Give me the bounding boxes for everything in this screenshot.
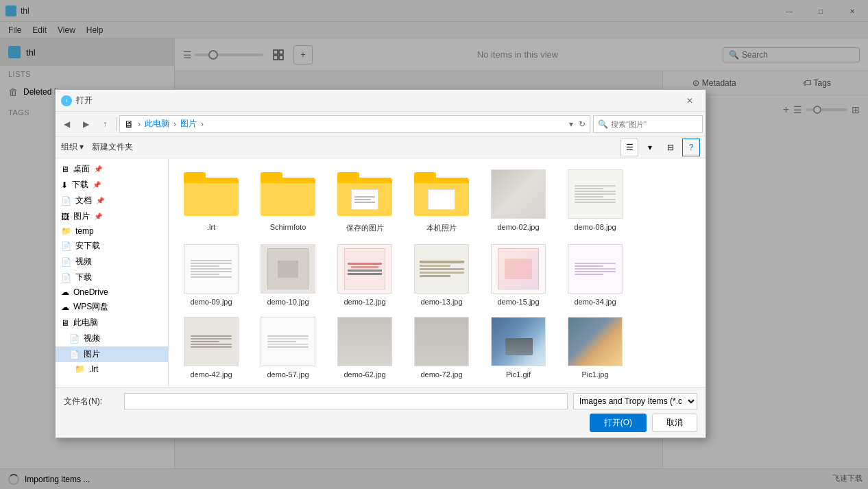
dialog-search-icon: 🔍 [598, 119, 608, 129]
sidebar-wps[interactable]: ☁ WPS网盘 [56, 299, 168, 315]
file-item-demo09[interactable]: demo-09.jpg [174, 239, 248, 309]
sidebar-pictures2[interactable]: 📄 图片 [56, 346, 168, 362]
back-button[interactable]: ◀ [58, 116, 75, 132]
pin-icon3: 📌 [96, 197, 104, 204]
sidebar-video1[interactable]: 📄 视频 [56, 254, 168, 270]
computer-icon: 🖥 [61, 318, 69, 328]
file-item-demo13[interactable]: demo-13.jpg [405, 239, 479, 309]
file-name-demo09: demo-09.jpg [190, 298, 232, 306]
file-item-saved[interactable]: 保存的图片 [328, 164, 402, 236]
file-name-local: 本机照片 [426, 223, 457, 233]
file-item-demo02[interactable]: demo-02.jpg [481, 164, 555, 236]
file-name-demo57: demo-57.jpg [267, 370, 309, 379]
pictures-icon: 🖼 [61, 212, 69, 222]
thumb-demo08 [562, 167, 628, 222]
dialog-close-button[interactable]: ✕ [674, 90, 706, 112]
sidebar-pictures[interactable]: 🖼 图片 📌 [56, 208, 168, 224]
file-name-demo15: demo-15.jpg [497, 298, 539, 306]
pin-icon: 📌 [94, 165, 102, 173]
file-item-pic1jpg[interactable]: Pic1.jpg [558, 311, 632, 381]
thumb-demo42 [178, 314, 244, 369]
file-item-demo34[interactable]: demo-34.jpg [558, 239, 632, 309]
file-item-demo72[interactable]: demo-72.jpg [405, 311, 479, 381]
file-item-demo08[interactable]: demo-08.jpg [558, 164, 632, 236]
dialog-bottom: 文件名(N): Images and Tropy Items (*.c 打开(O… [56, 387, 706, 438]
thumb-demo34 [562, 241, 628, 296]
sidebar-computer[interactable]: 🖥 此电脑 [56, 315, 168, 331]
cancel-button[interactable]: 取消 [652, 414, 697, 432]
file-item-demo42[interactable]: demo-42.jpg [174, 311, 248, 381]
help-button[interactable]: ? [682, 139, 700, 156]
file-item-demo62[interactable]: demo-62.jpg [328, 311, 402, 381]
file-name-pic1jpg: Pic1.jpg [581, 370, 608, 379]
view-pane-button[interactable]: ⊟ [662, 139, 679, 156]
file-item-demo57[interactable]: demo-57.jpg [251, 311, 325, 381]
file-item-pic1gif[interactable]: Pic1.gif [481, 311, 555, 381]
forward-button[interactable]: ▶ [77, 116, 94, 132]
dialog-title: 打开 [76, 95, 93, 106]
pin-icon4: 📌 [94, 213, 102, 220]
sidebar-lrt[interactable]: 📁 .lrt [56, 362, 168, 376]
dialog-app-icon: i [61, 95, 72, 106]
file-grid: .lrt Schirmfoto [169, 158, 706, 387]
filename-input[interactable] [124, 393, 568, 409]
view-dropdown-button[interactable]: ▾ [641, 139, 659, 156]
thumb-demo57 [255, 314, 321, 369]
dialog-sidebar: 🖥 桌面 📌 ⬇ 下载 📌 📄 文档 📌 🖼 图片 📌 [56, 158, 169, 387]
anload-icon: 📄 [61, 241, 71, 251]
path-computer-icon: 🖥 [124, 119, 134, 130]
open-button[interactable]: 打开(O) [590, 414, 647, 432]
filetype-select[interactable]: Images and Tropy Items (*.c [573, 393, 697, 409]
file-item-schirm[interactable]: Schirmfoto [251, 164, 325, 236]
new-folder-button[interactable]: 新建文件夹 [92, 141, 133, 153]
thumb-pic1gif [485, 314, 551, 369]
filename-label: 文件名(N): [64, 396, 119, 407]
view-list-button[interactable]: ☰ [620, 139, 638, 156]
folder-thumb-schirm [255, 167, 321, 222]
file-item-demo10[interactable]: demo-10.jpg [251, 239, 325, 309]
dialog-buttons: 打开(O) 取消 [64, 414, 697, 432]
path-refresh-icon[interactable]: ↻ [579, 119, 586, 129]
file-name-demo34: demo-34.jpg [574, 298, 616, 306]
up-button[interactable]: ↑ [97, 116, 113, 132]
filename-row: 文件名(N): Images and Tropy Items (*.c [64, 393, 697, 409]
file-dialog: i 打开 ✕ ◀ ▶ ↑ 🖥 › 此电脑 › 图片 › ▾ ↻ 🔍 [55, 89, 706, 438]
path-bar[interactable]: 🖥 › 此电脑 › 图片 › ▾ ↻ [119, 115, 590, 133]
file-name-schirm: Schirmfoto [270, 223, 306, 231]
lrt-icon: 📁 [75, 364, 85, 374]
file-item-local[interactable]: 本机照片 [405, 164, 479, 236]
onedrive-icon: ☁ [61, 287, 69, 297]
sidebar-anload[interactable]: 📄 安下载 [56, 238, 168, 254]
path-computer[interactable]: 此电脑 [145, 118, 169, 130]
file-name-lrt: .lrt [207, 223, 215, 231]
path-dropdown-icon[interactable]: ▾ [569, 119, 573, 129]
file-item-lrt[interactable]: .lrt [174, 164, 248, 236]
thumb-demo02 [485, 167, 551, 222]
path-pictures[interactable]: 图片 [180, 118, 197, 130]
desktop-icon: 🖥 [61, 165, 69, 174]
thumb-demo10 [255, 241, 321, 296]
dialog-body: 🖥 桌面 📌 ⬇ 下载 📌 📄 文档 📌 🖼 图片 📌 [56, 158, 706, 387]
sidebar-onedrive[interactable]: ☁ OneDrive [56, 285, 168, 299]
sidebar-video2[interactable]: 📄 视频 [56, 331, 168, 346]
dialog-search-input[interactable] [611, 120, 686, 128]
pictures2-icon: 📄 [69, 350, 80, 359]
sidebar-desktop[interactable]: 🖥 桌面 📌 [56, 161, 168, 177]
organize-button[interactable]: 组织 ▾ [61, 141, 84, 153]
file-name-demo13: demo-13.jpg [420, 298, 462, 306]
thumb-demo15 [485, 241, 551, 296]
folder-thumb-local [409, 167, 474, 222]
file-name-demo02: demo-02.jpg [497, 223, 539, 231]
pin-icon2: 📌 [93, 181, 101, 189]
file-item-demo12[interactable]: demo-12.jpg [328, 239, 402, 309]
downloads2-icon: 📄 [61, 273, 71, 283]
file-item-demo15[interactable]: demo-15.jpg [481, 239, 555, 309]
wps-icon: ☁ [61, 302, 69, 312]
dialog-search-bar[interactable]: 🔍 [593, 115, 703, 133]
divider [116, 117, 117, 131]
sidebar-documents[interactable]: 📄 文档 📌 [56, 193, 168, 208]
download-icon: ⬇ [61, 180, 68, 190]
sidebar-downloads2[interactable]: 📄 下载 [56, 270, 168, 285]
sidebar-downloads[interactable]: ⬇ 下载 📌 [56, 177, 168, 193]
sidebar-temp[interactable]: 📁 temp [56, 224, 168, 238]
